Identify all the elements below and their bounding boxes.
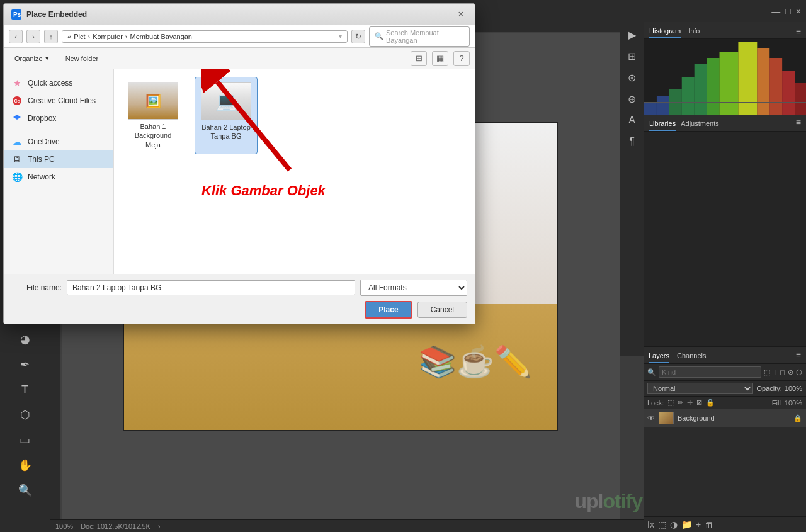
svg-rect-23 [782, 71, 795, 115]
path-dropdown-icon[interactable]: ▾ [339, 33, 342, 40]
panel-icon4[interactable]: ⊕ [623, 90, 641, 108]
sidebar-item-quick-access[interactable]: ★ Quick access [4, 74, 113, 92]
tool-shape[interactable]: ▭ [14, 429, 37, 451]
place-embedded-dialog: Ps Place Embedded × ‹ › ↑ « Pict › Kompu… [3, 3, 475, 324]
tool-dodge[interactable]: ◕ [14, 328, 37, 351]
lock-icon-artboard[interactable]: ⊠ [696, 399, 702, 407]
filename-input[interactable] [67, 280, 355, 295]
dialog-sidebar: ★ Quick access Cc Creative Cloud Files [4, 69, 114, 274]
layers-more-icon[interactable]: ≡ [796, 349, 801, 363]
dropbox-icon [11, 113, 23, 124]
opacity-value[interactable]: 100% [785, 385, 802, 392]
svg-rect-17 [695, 64, 707, 115]
sidebar-item-network[interactable]: 🌐 Network [4, 168, 113, 186]
kind-icon-shape[interactable]: ◻ [780, 368, 785, 376]
add-mask-icon[interactable]: ⬚ [658, 519, 666, 529]
search-placeholder-text: Search Membuat Bayangan [386, 29, 464, 44]
sidebar-item-creative-cloud[interactable]: Cc Creative Cloud Files [4, 92, 113, 110]
panel-icon6[interactable]: ¶ [623, 133, 641, 150]
add-style-icon[interactable]: fx [647, 519, 654, 529]
this-pc-icon: 🖥 [11, 154, 23, 165]
nav-forward-button[interactable]: › [26, 30, 40, 43]
kind-icon-pixel[interactable]: ⬚ [764, 368, 770, 376]
svg-rect-24 [795, 83, 806, 115]
sidebar-divider-1 [11, 130, 106, 130]
kind-icon-smart[interactable]: ⊙ [788, 368, 793, 376]
lock-icon-pixel[interactable]: ⬚ [667, 399, 674, 407]
quick-access-icon: ★ [11, 77, 23, 89]
format-select[interactable]: All Formats [360, 280, 467, 296]
layers-panel: Layers Channels ≡ 🔍 ⬚ T ◻ ⊙ ⬡ Normal Opa… [644, 346, 806, 532]
layers-tabs: Layers Channels ≡ [644, 347, 806, 364]
new-folder-button[interactable]: New folder [60, 52, 105, 65]
dialog-close-button[interactable]: × [455, 8, 467, 21]
delete-layer-icon[interactable]: 🗑 [705, 519, 713, 529]
add-group-icon[interactable]: 📁 [681, 519, 692, 529]
lock-icon-move[interactable]: ✛ [687, 399, 693, 407]
tab-libraries[interactable]: Libraries [649, 117, 676, 131]
close-icon[interactable]: × [796, 6, 801, 16]
nav-up-button[interactable]: ↑ [44, 30, 58, 43]
new-folder-label: New folder [65, 55, 99, 62]
path-komputer: Komputer [93, 33, 123, 40]
cancel-button[interactable]: Cancel [417, 302, 467, 318]
lib-more-icon[interactable]: ≡ [796, 117, 801, 131]
tab-layers[interactable]: Layers [649, 349, 669, 363]
tab-histogram[interactable]: Histogram [649, 25, 681, 38]
sidebar-item-dropbox[interactable]: Dropbox [4, 110, 113, 127]
dialog-overlay: Ps Place Embedded × ‹ › ↑ « Pict › Kompu… [0, 0, 479, 327]
sidebar-item-onedrive[interactable]: ☁ OneDrive [4, 133, 113, 150]
add-layer-icon[interactable]: + [696, 519, 701, 529]
place-button[interactable]: Place [365, 301, 412, 319]
minimize-icon[interactable]: — [771, 6, 780, 16]
nav-back-button[interactable]: ‹ [9, 30, 23, 43]
dialog-titlebar: Ps Place Embedded × [4, 4, 475, 25]
path-sep2: › [125, 33, 128, 40]
add-adjustment-icon[interactable]: ◑ [670, 519, 678, 529]
lock-icon-draw[interactable]: ✏ [678, 399, 683, 407]
tool-type[interactable]: T [14, 378, 37, 401]
panel-icon2[interactable]: ⊞ [623, 47, 641, 65]
dialog-title: Place Embedded [26, 10, 450, 19]
address-path[interactable]: « Pict › Komputer › Membuat Bayangan ▾ [62, 30, 348, 43]
tool-zoom[interactable]: 🔍 [14, 479, 37, 502]
panel-icon5[interactable]: A [623, 111, 641, 129]
status-arrow[interactable]: › [158, 523, 161, 530]
layer-row-background[interactable]: 👁 Background 🔒 [644, 409, 806, 427]
lock-icon-all[interactable]: 🔒 [706, 399, 715, 407]
tool-hand[interactable]: ✋ [14, 454, 37, 477]
maximize-icon[interactable]: □ [785, 6, 790, 16]
tab-info[interactable]: Info [688, 25, 700, 38]
layers-search-input[interactable] [659, 366, 761, 378]
histogram-more-icon[interactable]: ≡ [796, 26, 801, 37]
panel-play[interactable]: ▶ [623, 26, 641, 43]
tab-adjustments[interactable]: Adjustments [681, 117, 719, 131]
view-button-grid[interactable]: ⊞ [411, 51, 427, 66]
creative-cloud-label: Creative Cloud Files [28, 96, 96, 105]
this-pc-label: This PC [28, 155, 55, 164]
help-button[interactable]: ? [453, 51, 470, 66]
blend-mode-select[interactable]: Normal [647, 383, 753, 394]
refresh-button[interactable]: ↻ [351, 30, 365, 43]
organize-button[interactable]: Organize ▾ [9, 52, 55, 65]
layers-kind-icons: ⬚ T ◻ ⊙ ⬡ [764, 368, 802, 376]
kind-icon-type[interactable]: T [773, 368, 777, 376]
panel-icon3[interactable]: ⊛ [623, 69, 641, 86]
svg-rect-19 [720, 52, 739, 115]
layers-opacity: Opacity: 100% [757, 385, 803, 392]
dialog-addressbar: ‹ › ↑ « Pict › Komputer › Membuat Bayang… [4, 25, 475, 48]
fill-value[interactable]: 100% [785, 399, 802, 407]
sidebar-item-this-pc[interactable]: 🖥 This PC [4, 150, 113, 168]
layer-visibility-toggle[interactable]: 👁 [647, 414, 655, 422]
view-button-detail[interactable]: ▦ [432, 51, 448, 66]
file-item-bahan2[interactable]: Bahan 2 Laptop Tanpa BG [195, 77, 258, 154]
search-box[interactable]: 🔍 Search Membuat Bayangan [369, 26, 470, 47]
kind-icon-fill[interactable]: ⬡ [796, 368, 802, 376]
layers-search-bar: 🔍 ⬚ T ◻ ⊙ ⬡ [644, 364, 806, 381]
tool-path[interactable]: ⬡ [14, 404, 37, 426]
tool-pen[interactable]: ✒ [14, 353, 37, 376]
footer-filename-row: File name: All Formats [11, 280, 467, 296]
file-item-bahan1[interactable]: Bahan 1 Background Meja [122, 77, 184, 154]
file-thumb-bahan2 [201, 82, 251, 120]
tab-channels[interactable]: Channels [677, 349, 706, 363]
